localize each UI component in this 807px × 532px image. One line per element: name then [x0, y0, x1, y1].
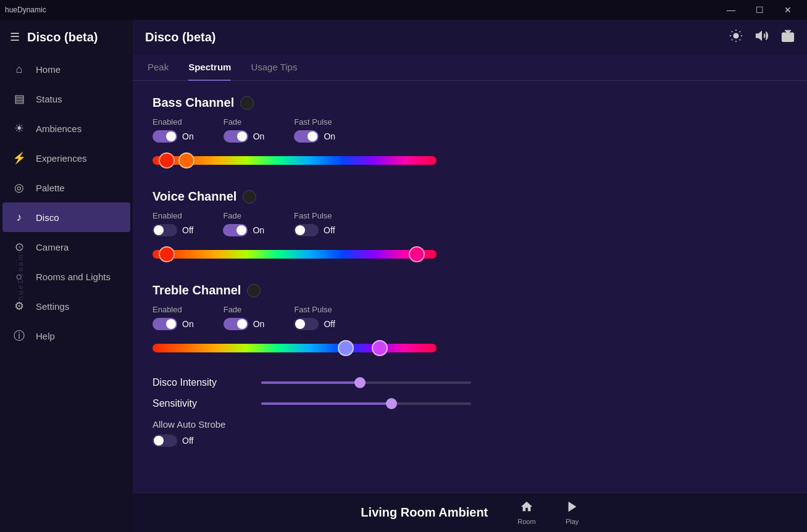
- bass-channel-header: Bass Channel: [153, 96, 787, 110]
- bass-fade-toggle[interactable]: [224, 130, 248, 143]
- voice-fast_pulse-label: Fast Pulse: [294, 211, 335, 220]
- disco-intensity-track[interactable]: [261, 381, 471, 384]
- nav-label-status: Status: [36, 94, 62, 104]
- sidebar-item-palette[interactable]: ◎ Palette: [2, 173, 130, 202]
- sidebar: ☰ Disco (beta) ⌂ Home ▤ Status ☀ Ambienc…: [0, 20, 133, 532]
- tab-peak[interactable]: Peak: [148, 54, 169, 81]
- bass-fade-group: FadeOn: [224, 117, 265, 143]
- nav-icon-ambiences: ☀: [12, 122, 26, 135]
- nav-label-rooms: Rooms and Lights: [36, 272, 111, 282]
- voice-enabled-toggle[interactable]: [153, 224, 177, 236]
- svg-line-3: [732, 31, 732, 31]
- titlebar-title: hueDynamic: [5, 6, 46, 14]
- scroll-content: Bass ChannelEnabledOnFadeOnFast PulseOnV…: [133, 81, 807, 532]
- app-layout: ☰ Disco (beta) ⌂ Home ▤ Status ☀ Ambienc…: [0, 20, 807, 532]
- treble-fast_pulse-toggle-row: Off: [294, 318, 335, 330]
- close-button[interactable]: ✕: [774, 0, 802, 20]
- tabs-bar: Peak Spectrum Usage Tips: [133, 54, 807, 81]
- sidebar-watermark: hueDynamic: [17, 206, 24, 339]
- volume-icon[interactable]: [755, 29, 769, 46]
- disco-intensity-thumb[interactable]: [354, 377, 366, 388]
- sidebar-item-home[interactable]: ⌂ Home: [2, 54, 130, 84]
- main-content: Disco (beta) Peak Spectrum Usage Tips Ba…: [133, 20, 807, 532]
- sidebar-header: ☰ Disco (beta): [0, 20, 133, 54]
- voice-gradient-track: [153, 250, 437, 259]
- maximize-button[interactable]: ☐: [745, 0, 774, 20]
- auto-strobe-toggle[interactable]: [153, 434, 177, 447]
- treble-fast_pulse-toggle[interactable]: [294, 318, 319, 330]
- treble-fast_pulse-label: Fast Pulse: [294, 305, 335, 314]
- bass-enabled-label: Enabled: [153, 117, 194, 127]
- bass-gradient-thumb2[interactable]: [178, 152, 194, 168]
- voice-gradient-thumb1[interactable]: [159, 246, 175, 262]
- tab-spectrum[interactable]: Spectrum: [188, 54, 231, 81]
- bass-gradient-thumb1[interactable]: [159, 152, 175, 168]
- play-button[interactable]: Play: [566, 500, 579, 525]
- brightness-icon[interactable]: [729, 29, 743, 46]
- channel-voice: Voice ChannelEnabledOffFadeOnFast PulseO…: [153, 189, 787, 264]
- nav-label-experiences: Experiences: [36, 153, 87, 164]
- auto-strobe-label: Allow Auto Strobe: [153, 419, 787, 430]
- voice-fade-group: FadeOn: [223, 211, 264, 236]
- room-button[interactable]: Room: [517, 500, 535, 525]
- treble-fade-toggle-row: On: [224, 318, 265, 330]
- bass-fast_pulse-toggle[interactable]: [294, 130, 319, 143]
- bass-gradient-slider[interactable]: [153, 151, 437, 170]
- auto-strobe-section: Allow Auto StrobeOff: [153, 419, 787, 447]
- bass-fade-toggle-label: On: [253, 131, 265, 141]
- svg-line-7: [732, 39, 732, 39]
- treble-fade-toggle[interactable]: [224, 318, 248, 330]
- bottom-bar: Living Room Ambient Room Play: [133, 493, 807, 532]
- bass-controls-row: EnabledOnFadeOnFast PulseOn: [153, 117, 787, 143]
- treble-gradient-thumb1[interactable]: [338, 340, 354, 356]
- treble-fade-toggle-label: On: [253, 319, 265, 329]
- voice-fast_pulse-toggle[interactable]: [294, 224, 319, 236]
- bass-channel-dot: [240, 96, 254, 110]
- bass-fade-toggle-row: On: [224, 130, 265, 143]
- bass-fast_pulse-toggle-label: On: [324, 131, 335, 141]
- page-title: Disco (beta): [145, 30, 215, 44]
- treble-fade-group: FadeOn: [224, 305, 265, 330]
- nav-label-help: Help: [36, 331, 55, 341]
- treble-gradient-slider[interactable]: [153, 339, 437, 357]
- sidebar-item-experiences[interactable]: ⚡ Experiences: [2, 143, 130, 173]
- nav-icon-experiences: ⚡: [12, 151, 26, 165]
- voice-enabled-group: EnabledOff: [153, 211, 193, 236]
- voice-fast_pulse-toggle-row: Off: [294, 224, 335, 236]
- tv-icon[interactable]: [781, 29, 795, 46]
- titlebar-left: hueDynamic: [5, 6, 46, 14]
- sidebar-item-ambiences[interactable]: ☀ Ambiences: [2, 114, 130, 143]
- treble-controls-row: EnabledOnFadeOnFast PulseOff: [153, 305, 787, 330]
- treble-enabled-toggle[interactable]: [153, 318, 177, 330]
- voice-fade-toggle[interactable]: [223, 224, 248, 236]
- treble-gradient-thumb2[interactable]: [372, 340, 388, 356]
- auto-strobe-toggle-row: Off: [153, 434, 787, 447]
- voice-gradient-thumb2[interactable]: [409, 246, 425, 262]
- sensitivity-thumb[interactable]: [386, 398, 397, 409]
- hamburger-icon[interactable]: ☰: [10, 30, 20, 44]
- minimize-button[interactable]: —: [717, 0, 745, 20]
- svg-rect-10: [782, 33, 793, 41]
- svg-marker-9: [756, 31, 761, 39]
- room-label: Room: [517, 518, 535, 525]
- tab-tips[interactable]: Usage Tips: [251, 54, 297, 81]
- voice-enabled-label: Enabled: [153, 211, 193, 220]
- voice-fade-toggle-label: On: [253, 225, 264, 235]
- bottom-bar-title: Living Room Ambient: [361, 505, 488, 520]
- nav-label-settings: Settings: [36, 301, 69, 312]
- sensitivity-track[interactable]: [261, 402, 471, 405]
- nav-label-palette: Palette: [36, 183, 65, 193]
- disco-intensity-row: Disco Intensity: [153, 377, 787, 388]
- bass-enabled-toggle[interactable]: [153, 130, 177, 143]
- treble-enabled-label: Enabled: [153, 305, 194, 314]
- sensitivity-row: Sensitivity: [153, 398, 787, 409]
- voice-fade-toggle-row: On: [223, 224, 264, 236]
- treble-channel-dot: [247, 284, 261, 297]
- voice-gradient-slider[interactable]: [153, 245, 437, 264]
- voice-enabled-toggle-row: Off: [153, 224, 193, 236]
- sidebar-item-status[interactable]: ▤ Status: [2, 84, 130, 114]
- voice-fast_pulse-group: Fast PulseOff: [294, 211, 335, 236]
- app-title: Disco (beta): [27, 30, 98, 44]
- svg-marker-11: [568, 502, 576, 512]
- bass-enabled-toggle-row: On: [153, 130, 194, 143]
